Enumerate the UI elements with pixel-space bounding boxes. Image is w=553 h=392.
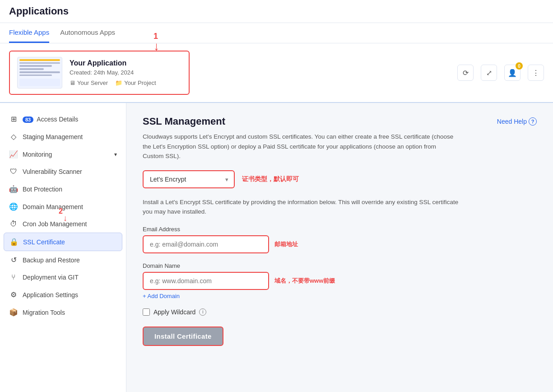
sidebar-item-monitoring[interactable]: 📈 Monitoring ▾	[0, 145, 126, 163]
server-link[interactable]: 🖥 Your Server	[70, 79, 108, 86]
deployment-icon: ⑂	[9, 273, 18, 281]
add-domain-button[interactable]: + Add Domain	[143, 293, 537, 299]
tab-flexible-apps[interactable]: Flexible Apps	[9, 23, 49, 43]
email-form-group: Email Address 邮箱地址	[143, 226, 537, 253]
domain-label: Domain Name	[143, 262, 537, 269]
wildcard-info-icon[interactable]: i	[199, 308, 206, 316]
user-button[interactable]: 👤 0	[504, 65, 520, 81]
help-circle-icon: ?	[529, 117, 537, 126]
ssl-icon: 🔒	[9, 238, 19, 246]
vulnerability-icon: 🛡	[9, 168, 18, 176]
settings-icon: ⚙	[9, 290, 18, 299]
sidebar-item-deployment[interactable]: ⑂ Deployment via GIT	[0, 269, 126, 286]
install-certificate-button[interactable]: Install Certificate	[143, 327, 223, 346]
domain-input-row: 域名，不要带www前缀	[143, 272, 537, 290]
app-card-links: 🖥 Your Server 📁 Your Project	[70, 79, 181, 86]
app-card-date: Created: 24th May, 2024	[70, 69, 181, 76]
external-link-button[interactable]: ⤢	[481, 65, 497, 81]
cert-type-row: Let's Encrypt Custom SSL ▾ 证书类型，默认即可	[143, 170, 537, 188]
cert-type-annotation: 证书类型，默认即可	[242, 175, 299, 183]
staging-icon: ◇	[9, 132, 18, 141]
tabs-row: Flexible Apps Autonomous Apps	[0, 23, 553, 43]
project-link[interactable]: 📁 Your Project	[115, 79, 156, 86]
annotation-arrow-2: ↓	[63, 214, 67, 223]
sidebar-item-ssl[interactable]: 🔒 SSL Certificate	[4, 233, 122, 251]
server-icon: 🖥	[70, 79, 75, 86]
sidebar-item-domain[interactable]: 🌐 Domain Management	[0, 198, 126, 215]
need-help-button[interactable]: Need Help ?	[497, 117, 537, 126]
ssl-section-title: SSL Management	[143, 116, 225, 127]
sidebar-item-vulnerability[interactable]: 🛡 Vulnerability Scanner	[0, 163, 126, 180]
annotation-1: 1 ↓	[153, 32, 159, 52]
sidebar-item-cron[interactable]: ⏱ Cron Job Management 2 ↓	[0, 215, 126, 233]
email-label: Email Address	[143, 226, 537, 233]
monitoring-chevron-icon: ▾	[114, 151, 117, 158]
app-card-info: Your Application Created: 24th May, 2024…	[70, 59, 181, 86]
backup-icon: ↺	[9, 256, 18, 264]
domain-row: 域名，不要带www前缀 + Add Domain	[143, 272, 537, 299]
email-input-row: 邮箱地址	[143, 235, 537, 253]
sidebar: ⊞ 83 Access Details ◇ Staging Management…	[0, 103, 126, 392]
cert-type-select[interactable]: Let's Encrypt Custom SSL	[144, 171, 234, 187]
notification-badge: 0	[516, 62, 523, 70]
section-header: SSL Management Need Help ?	[143, 116, 537, 127]
app-thumbnail	[17, 57, 62, 89]
email-annotation: 邮箱地址	[274, 240, 298, 248]
app-card[interactable]: Your Application Created: 24th May, 2024…	[9, 51, 190, 95]
cert-type-select-wrap[interactable]: Let's Encrypt Custom SSL ▾	[143, 170, 235, 188]
monitoring-icon: 📈	[9, 150, 18, 159]
wildcard-row: Apply Wildcard i	[143, 308, 537, 316]
bot-icon: 🤖	[9, 185, 18, 193]
wildcard-label: Apply Wildcard	[153, 308, 195, 316]
sidebar-item-staging[interactable]: ◇ Staging Management	[0, 128, 126, 145]
sidebar-item-migration[interactable]: 📦 Migration Tools	[0, 303, 126, 321]
app-card-title: Your Application	[70, 59, 181, 67]
app-card-row: 1 ↓ Your Application Created: 24th May, …	[0, 43, 553, 103]
history-button[interactable]: ⟳	[457, 65, 474, 81]
top-bar: Applications	[0, 0, 553, 23]
app-card-actions: ⟳ ⤢ 👤 0 ⋮	[457, 65, 544, 81]
access-details-icon: ⊞	[9, 115, 18, 123]
sidebar-item-bot-protection[interactable]: 🤖 Bot Protection	[0, 180, 126, 198]
ssl-description: Cloudways supports Let's Encrypt and cus…	[143, 132, 459, 161]
user-icon: 👤	[508, 69, 517, 77]
lets-encrypt-info: Install a Let's Encrypt SSL certificate …	[143, 197, 459, 217]
sidebar-item-settings[interactable]: ⚙ Application Settings	[0, 286, 126, 303]
domain-icon: 🌐	[9, 202, 18, 211]
folder-icon: 📁	[115, 79, 122, 86]
page-title: Applications	[9, 5, 544, 17]
access-badge: 83	[23, 117, 33, 123]
main-layout: ⊞ 83 Access Details ◇ Staging Management…	[0, 103, 553, 392]
more-icon: ⋮	[532, 69, 539, 77]
migration-icon: 📦	[9, 308, 18, 317]
history-icon: ⟳	[463, 69, 469, 77]
sidebar-item-access-details[interactable]: ⊞ 83 Access Details	[0, 110, 126, 128]
wildcard-checkbox[interactable]	[143, 308, 150, 316]
sidebar-item-backup[interactable]: ↺ Backup and Restore	[0, 251, 126, 269]
tab-autonomous-apps[interactable]: Autonomous Apps	[60, 23, 115, 43]
domain-form-group: Domain Name 域名，不要带www前缀 + Add Domain	[143, 262, 537, 299]
domain-input[interactable]	[143, 272, 269, 290]
annotation-2: 2	[59, 207, 63, 215]
email-input[interactable]	[143, 235, 269, 253]
external-link-icon: ⤢	[486, 69, 492, 77]
domain-annotation: 域名，不要带www前缀	[274, 277, 335, 285]
cron-icon: ⏱	[9, 220, 18, 228]
more-button[interactable]: ⋮	[528, 65, 544, 81]
main-content: SSL Management Need Help ? Cloudways sup…	[126, 103, 553, 392]
